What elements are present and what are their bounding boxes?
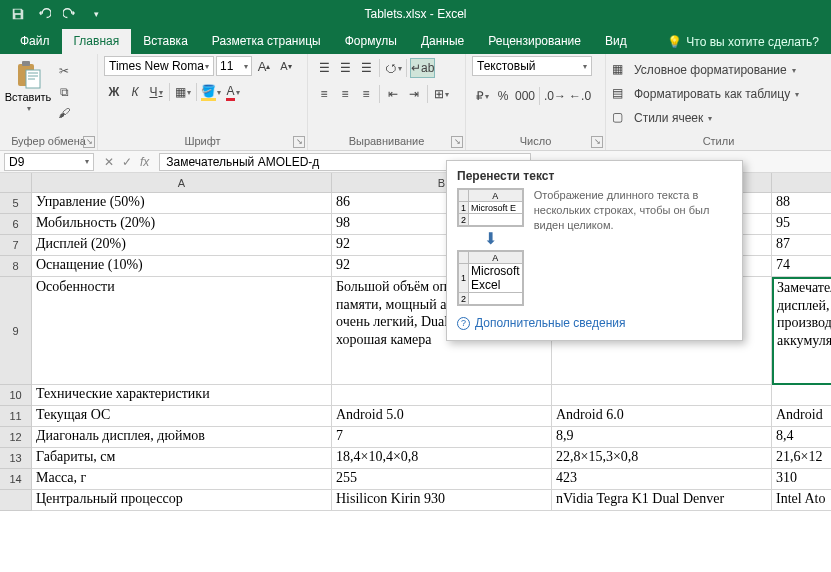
fx-icon[interactable]: fx xyxy=(140,155,149,169)
tab-file[interactable]: Файл xyxy=(8,29,62,54)
percent-format-icon[interactable]: % xyxy=(493,86,513,106)
row-header[interactable]: 7 xyxy=(0,235,32,256)
tab-data[interactable]: Данные xyxy=(409,29,476,54)
accounting-format-icon[interactable]: ₽▾ xyxy=(472,86,492,106)
cell[interactable] xyxy=(552,385,772,406)
decrease-font-icon[interactable]: A▾ xyxy=(276,56,296,76)
tab-insert[interactable]: Вставка xyxy=(131,29,200,54)
cell[interactable]: Intel Ato xyxy=(772,490,831,511)
cell[interactable]: Управление (50%) xyxy=(32,193,332,214)
number-format-combo[interactable]: Текстовый▾ xyxy=(472,56,592,76)
tab-review[interactable]: Рецензирование xyxy=(476,29,593,54)
dialog-launcher-icon[interactable]: ↘ xyxy=(451,136,463,148)
cell[interactable]: 310 xyxy=(772,469,831,490)
cell[interactable]: Android 5.0 xyxy=(332,406,552,427)
merge-button[interactable]: ⊞▾ xyxy=(431,84,451,104)
increase-decimal-icon[interactable]: .0→ xyxy=(543,86,567,106)
row-header[interactable] xyxy=(0,490,32,511)
font-color-button[interactable]: A▾ xyxy=(223,82,243,102)
undo-icon[interactable] xyxy=(36,6,52,22)
cell[interactable]: 95 xyxy=(772,214,831,235)
decrease-decimal-icon[interactable]: ←.0 xyxy=(568,86,592,106)
underline-button[interactable]: Ч▾ xyxy=(146,82,166,102)
tell-me[interactable]: 💡Что вы хотите сделать? xyxy=(655,30,831,54)
cell[interactable]: Диагональ дисплея, дюймов xyxy=(32,427,332,448)
format-as-table-button[interactable]: ▤Форматировать как таблицу▾ xyxy=(612,82,799,106)
wrap-text-button[interactable]: ↵ab xyxy=(410,58,435,78)
redo-icon[interactable] xyxy=(62,6,78,22)
align-center-icon[interactable]: ≡ xyxy=(335,84,355,104)
cell[interactable]: Android 6.0 xyxy=(552,406,772,427)
cell[interactable]: 22,8×15,3×0,8 xyxy=(552,448,772,469)
cell[interactable]: Оснащение (10%) xyxy=(32,256,332,277)
col-header[interactable]: A xyxy=(32,173,332,193)
row-header[interactable]: 12 xyxy=(0,427,32,448)
dialog-launcher-icon[interactable]: ↘ xyxy=(591,136,603,148)
cell[interactable]: Масса, г xyxy=(32,469,332,490)
row-header[interactable]: 5 xyxy=(0,193,32,214)
cell[interactable]: 423 xyxy=(552,469,772,490)
cell[interactable]: 88 xyxy=(772,193,831,214)
row-header[interactable]: 14 xyxy=(0,469,32,490)
dialog-launcher-icon[interactable]: ↘ xyxy=(83,136,95,148)
cell[interactable]: nVidia Tegra K1 Dual Denver xyxy=(552,490,772,511)
tab-layout[interactable]: Разметка страницы xyxy=(200,29,333,54)
increase-font-icon[interactable]: A▴ xyxy=(254,56,274,76)
cell[interactable]: Габариты, см xyxy=(32,448,332,469)
cell[interactable] xyxy=(772,385,831,406)
tab-formulas[interactable]: Формулы xyxy=(333,29,409,54)
cell[interactable]: 74 xyxy=(772,256,831,277)
align-bottom-icon[interactable]: ☰ xyxy=(356,58,376,78)
conditional-format-button[interactable]: ▦Условное форматирование▾ xyxy=(612,58,796,82)
decrease-indent-icon[interactable]: ⇤ xyxy=(383,84,403,104)
row-header[interactable]: 11 xyxy=(0,406,32,427)
align-left-icon[interactable]: ≡ xyxy=(314,84,334,104)
enter-icon[interactable]: ✓ xyxy=(122,155,132,169)
tooltip-more-link[interactable]: ?Дополнительные сведения xyxy=(457,316,732,330)
font-size-combo[interactable]: 11▾ xyxy=(216,56,252,76)
col-header[interactable]: D xyxy=(772,173,831,193)
align-middle-icon[interactable]: ☰ xyxy=(335,58,355,78)
cut-icon[interactable]: ✂ xyxy=(54,62,74,80)
cell[interactable]: 255 xyxy=(332,469,552,490)
comma-format-icon[interactable]: 000 xyxy=(514,86,536,106)
cancel-icon[interactable]: ✕ xyxy=(104,155,114,169)
format-painter-icon[interactable]: 🖌 xyxy=(54,104,74,122)
bold-button[interactable]: Ж xyxy=(104,82,124,102)
cell[interactable]: 7 xyxy=(332,427,552,448)
italic-button[interactable]: К xyxy=(125,82,145,102)
cell[interactable]: Мобильность (20%) xyxy=(32,214,332,235)
cell[interactable]: 87 xyxy=(772,235,831,256)
name-box[interactable]: D9▾ xyxy=(4,153,94,171)
orientation-icon[interactable]: ⭯▾ xyxy=(383,58,403,78)
copy-icon[interactable]: ⧉ xyxy=(54,83,74,101)
border-button[interactable]: ▦▾ xyxy=(173,82,193,102)
row-header[interactable]: 10 xyxy=(0,385,32,406)
row-header[interactable]: 13 xyxy=(0,448,32,469)
cell[interactable]: Центральный процессор xyxy=(32,490,332,511)
cell[interactable]: 8,4 xyxy=(772,427,831,448)
cell[interactable]: 8,9 xyxy=(552,427,772,448)
align-right-icon[interactable]: ≡ xyxy=(356,84,376,104)
cell[interactable]: 21,6×12 xyxy=(772,448,831,469)
cell[interactable]: Android xyxy=(772,406,831,427)
align-top-icon[interactable]: ☰ xyxy=(314,58,334,78)
cell[interactable] xyxy=(332,385,552,406)
save-icon[interactable] xyxy=(10,6,26,22)
cell[interactable]: Особенности xyxy=(32,277,332,385)
cell[interactable]: Hisilicon Kirin 930 xyxy=(332,490,552,511)
cell-styles-button[interactable]: ▢Стили ячеек▾ xyxy=(612,106,712,130)
row-header[interactable]: 8 xyxy=(0,256,32,277)
increase-indent-icon[interactable]: ⇥ xyxy=(404,84,424,104)
cell[interactable]: 18,4×10,4×0,8 xyxy=(332,448,552,469)
qat-customize-icon[interactable]: ▾ xyxy=(88,6,104,22)
dialog-launcher-icon[interactable]: ↘ xyxy=(293,136,305,148)
fill-color-button[interactable]: 🪣▾ xyxy=(200,82,222,102)
cell[interactable]: Замечательный AMOLED-дисплей, высокая пр… xyxy=(772,277,831,385)
row-header[interactable]: 9 xyxy=(0,277,32,385)
row-header[interactable]: 6 xyxy=(0,214,32,235)
tab-home[interactable]: Главная xyxy=(62,29,132,54)
paste-button[interactable]: Вставить ▾ xyxy=(6,56,50,113)
cell[interactable]: Дисплей (20%) xyxy=(32,235,332,256)
font-name-combo[interactable]: Times New Roma▾ xyxy=(104,56,214,76)
